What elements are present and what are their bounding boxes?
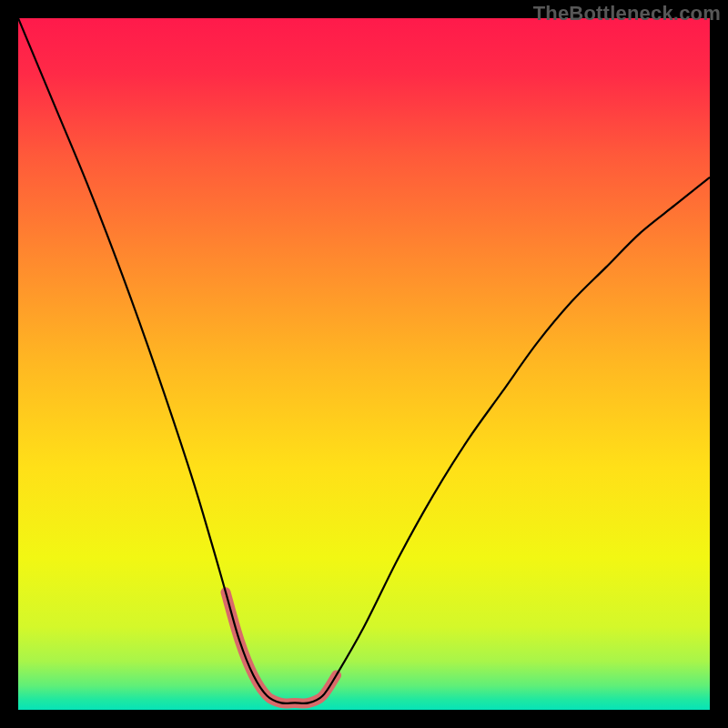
gradient-background bbox=[18, 18, 710, 710]
bottleneck-chart bbox=[18, 18, 710, 710]
chart-frame bbox=[18, 18, 710, 710]
watermark-text: TheBottleneck.com bbox=[533, 2, 721, 25]
